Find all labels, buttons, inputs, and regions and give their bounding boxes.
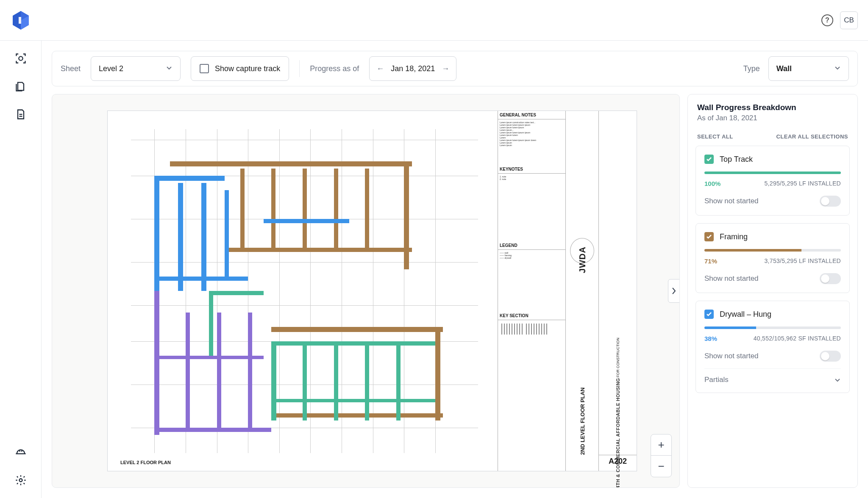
svg-point-1 [19, 56, 22, 60]
capture-icon[interactable] [15, 53, 27, 64]
card-title: Top Track [720, 155, 753, 164]
progress-bar [704, 249, 841, 252]
user-avatar[interactable]: CB [840, 11, 858, 29]
zoom-in-button[interactable]: + [651, 434, 671, 456]
card-title: Drywall – Hung [720, 310, 771, 319]
clear-all-button[interactable]: CLEAR ALL SELECTIONS [776, 133, 848, 140]
show-not-started-label: Show not started [704, 352, 759, 360]
sheet-titleblock: 14TH & COMMERCIAL AFFORDABLE HOUSING - F… [598, 111, 637, 471]
chevron-down-icon [834, 64, 841, 73]
chevron-down-icon [166, 64, 172, 73]
card-title: Framing [720, 232, 748, 241]
percent-value: 100% [704, 180, 721, 187]
percent-value: 71% [704, 257, 717, 265]
settings-icon[interactable] [15, 474, 27, 486]
progress-panel: Wall Progress Breakdown As of Jan 18, 20… [687, 94, 858, 488]
type-label: Type [743, 64, 760, 73]
sheet-select[interactable]: Level 2 [91, 56, 181, 81]
floor-plan-viewer[interactable]: 14TH & COMMERCIAL AFFORDABLE HOUSING - F… [52, 94, 680, 488]
show-not-started-label: Show not started [704, 197, 759, 205]
progress-bar [704, 326, 841, 329]
panel-subtitle: As of Jan 18, 2021 [697, 114, 848, 122]
topbar: ? CB [0, 0, 868, 41]
app-logo[interactable] [10, 10, 31, 31]
show-not-started-toggle[interactable] [820, 196, 841, 207]
plan-drawing: LEVEL 2 FLOOR PLAN [108, 111, 498, 471]
installed-value: 5,295/5,295 LF INSTALLED [765, 180, 841, 187]
zoom-out-button[interactable]: − [651, 456, 671, 477]
side-nav [0, 41, 42, 498]
partials-expand[interactable]: Partials [704, 368, 841, 384]
date-picker[interactable]: ← Jan 18, 2021 → [369, 56, 456, 81]
svg-rect-0 [19, 17, 21, 24]
arrow-right-icon[interactable]: → [442, 64, 449, 73]
installed-value: 40,552/105,962 SF INSTALLED [754, 335, 841, 342]
checkbox-empty-icon [200, 64, 209, 73]
checkbox-checked-icon[interactable] [704, 310, 714, 319]
select-all-button[interactable]: SELECT ALL [697, 133, 733, 140]
toolbar: Sheet Level 2 Show capture track Progres… [52, 51, 858, 86]
hardhat-icon[interactable] [15, 446, 27, 458]
percent-value: 38% [704, 335, 717, 342]
progress-card: Top Track 100% 5,295/5,295 LF INSTALLED … [696, 146, 850, 216]
svg-point-4 [19, 479, 22, 482]
progress-card: Drywall – Hung 38% 40,552/105,962 SF INS… [696, 301, 850, 393]
show-not-started-toggle[interactable] [820, 273, 841, 284]
panel-title: Wall Progress Breakdown [697, 103, 848, 112]
checkbox-checked-icon[interactable] [704, 232, 714, 241]
sheet-label: Sheet [61, 64, 81, 73]
help-icon[interactable]: ? [821, 14, 833, 26]
type-select[interactable]: Wall [768, 56, 849, 81]
progress-bar [704, 172, 841, 174]
sheet-number: A202 [599, 455, 637, 468]
show-not-started-label: Show not started [704, 274, 759, 283]
show-capture-track-toggle[interactable]: Show capture track [191, 56, 289, 81]
arrow-left-icon[interactable]: ← [376, 64, 384, 73]
progress-card: Framing 71% 3,753/5,295 LF INSTALLED Sho… [696, 223, 850, 293]
collapse-panel-button[interactable] [668, 279, 680, 303]
sheets-icon[interactable] [15, 80, 27, 92]
plan-title-label: LEVEL 2 FLOOR PLAN [120, 460, 171, 465]
zoom-control: + − [651, 434, 672, 477]
reports-icon[interactable] [15, 108, 27, 120]
show-not-started-toggle[interactable] [820, 351, 841, 362]
installed-value: 3,753/5,295 LF INSTALLED [765, 257, 841, 265]
checkbox-checked-icon[interactable] [704, 155, 714, 164]
progress-asof-label: Progress as of [310, 64, 359, 73]
